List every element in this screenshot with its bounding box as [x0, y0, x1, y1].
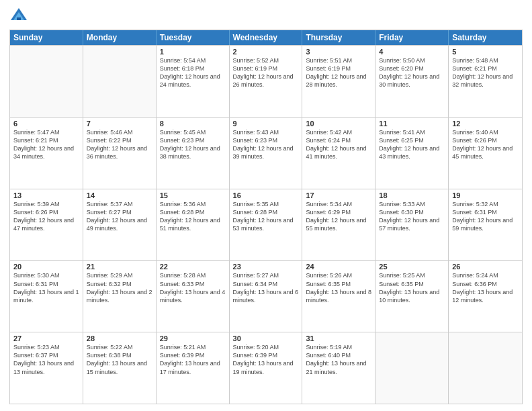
day-number: 5 — [452, 48, 519, 56]
cal-cell: 15Sunrise: 5:36 AM Sunset: 6:28 PM Dayli… — [157, 189, 230, 261]
cal-cell: 26Sunrise: 5:24 AM Sunset: 6:36 PM Dayli… — [449, 261, 522, 332]
cal-cell: 23Sunrise: 5:27 AM Sunset: 6:34 PM Dayli… — [230, 261, 303, 332]
cell-detail: Sunrise: 5:20 AM Sunset: 6:39 PM Dayligh… — [233, 343, 299, 376]
day-number: 29 — [160, 334, 226, 342]
day-number: 14 — [87, 191, 152, 199]
cal-cell: 6Sunrise: 5:47 AM Sunset: 6:21 PM Daylig… — [10, 118, 83, 189]
day-number: 7 — [87, 120, 152, 128]
cell-detail: Sunrise: 5:26 AM Sunset: 6:35 PM Dayligh… — [306, 271, 371, 304]
day-number: 19 — [452, 191, 519, 199]
day-number: 11 — [379, 120, 445, 128]
cell-detail: Sunrise: 5:32 AM Sunset: 6:31 PM Dayligh… — [452, 200, 519, 233]
day-number: 27 — [13, 334, 79, 342]
cal-cell: 8Sunrise: 5:45 AM Sunset: 6:23 PM Daylig… — [157, 118, 230, 189]
day-number: 4 — [379, 48, 445, 56]
cal-cell: 31Sunrise: 5:19 AM Sunset: 6:40 PM Dayli… — [302, 332, 375, 404]
day-number: 10 — [306, 120, 371, 128]
page: SundayMondayTuesdayWednesdayThursdayFrid… — [0, 0, 532, 411]
cal-cell — [449, 332, 522, 404]
cell-detail: Sunrise: 5:23 AM Sunset: 6:37 PM Dayligh… — [13, 343, 79, 376]
cal-cell: 16Sunrise: 5:35 AM Sunset: 6:28 PM Dayli… — [230, 189, 303, 261]
logo — [9, 7, 31, 26]
cal-week-3: 20Sunrise: 5:30 AM Sunset: 6:31 PM Dayli… — [10, 260, 522, 332]
cal-cell — [10, 46, 83, 117]
cell-detail: Sunrise: 5:22 AM Sunset: 6:38 PM Dayligh… — [87, 343, 152, 376]
cell-detail: Sunrise: 5:46 AM Sunset: 6:22 PM Dayligh… — [87, 128, 152, 161]
cal-week-4: 27Sunrise: 5:23 AM Sunset: 6:37 PM Dayli… — [10, 332, 522, 404]
cal-cell: 24Sunrise: 5:26 AM Sunset: 6:35 PM Dayli… — [302, 261, 375, 332]
cell-detail: Sunrise: 5:51 AM Sunset: 6:19 PM Dayligh… — [306, 56, 371, 89]
cell-detail: Sunrise: 5:30 AM Sunset: 6:31 PM Dayligh… — [13, 271, 79, 304]
cal-cell: 1Sunrise: 5:54 AM Sunset: 6:18 PM Daylig… — [157, 46, 230, 117]
cal-cell: 18Sunrise: 5:33 AM Sunset: 6:30 PM Dayli… — [375, 189, 449, 261]
day-number: 20 — [13, 263, 79, 271]
cell-detail: Sunrise: 5:25 AM Sunset: 6:35 PM Dayligh… — [379, 271, 445, 304]
day-number: 22 — [160, 263, 226, 271]
day-number: 30 — [233, 334, 299, 342]
cal-cell: 30Sunrise: 5:20 AM Sunset: 6:39 PM Dayli… — [230, 332, 303, 404]
day-number: 8 — [160, 120, 226, 128]
day-number: 6 — [13, 120, 79, 128]
cal-cell: 25Sunrise: 5:25 AM Sunset: 6:35 PM Dayli… — [375, 261, 449, 332]
header — [9, 7, 523, 26]
cell-detail: Sunrise: 5:43 AM Sunset: 6:23 PM Dayligh… — [233, 128, 299, 161]
day-number: 25 — [379, 263, 445, 271]
cal-cell: 20Sunrise: 5:30 AM Sunset: 6:31 PM Dayli… — [10, 261, 83, 332]
cal-cell: 12Sunrise: 5:40 AM Sunset: 6:26 PM Dayli… — [449, 118, 522, 189]
cal-cell: 9Sunrise: 5:43 AM Sunset: 6:23 PM Daylig… — [230, 118, 303, 189]
cal-cell: 3Sunrise: 5:51 AM Sunset: 6:19 PM Daylig… — [302, 46, 375, 117]
cell-detail: Sunrise: 5:33 AM Sunset: 6:30 PM Dayligh… — [379, 200, 445, 233]
cell-detail: Sunrise: 5:27 AM Sunset: 6:34 PM Dayligh… — [233, 271, 299, 304]
cal-header-wednesday: Wednesday — [230, 30, 303, 45]
cal-cell: 10Sunrise: 5:42 AM Sunset: 6:24 PM Dayli… — [302, 118, 375, 189]
cell-detail: Sunrise: 5:39 AM Sunset: 6:26 PM Dayligh… — [13, 200, 79, 233]
cal-week-1: 6Sunrise: 5:47 AM Sunset: 6:21 PM Daylig… — [10, 117, 522, 189]
cell-detail: Sunrise: 5:41 AM Sunset: 6:25 PM Dayligh… — [379, 128, 445, 161]
cal-cell: 13Sunrise: 5:39 AM Sunset: 6:26 PM Dayli… — [10, 189, 83, 261]
cell-detail: Sunrise: 5:35 AM Sunset: 6:28 PM Dayligh… — [233, 200, 299, 233]
cal-header-friday: Friday — [375, 30, 449, 45]
day-number: 26 — [452, 263, 519, 271]
cal-cell: 11Sunrise: 5:41 AM Sunset: 6:25 PM Dayli… — [375, 118, 449, 189]
day-number: 3 — [306, 48, 371, 56]
cal-cell: 14Sunrise: 5:37 AM Sunset: 6:27 PM Dayli… — [83, 189, 157, 261]
cell-detail: Sunrise: 5:29 AM Sunset: 6:32 PM Dayligh… — [87, 271, 152, 304]
day-number: 13 — [13, 191, 79, 199]
cell-detail: Sunrise: 5:48 AM Sunset: 6:21 PM Dayligh… — [452, 56, 519, 89]
cell-detail: Sunrise: 5:50 AM Sunset: 6:20 PM Dayligh… — [379, 56, 445, 89]
cal-header-tuesday: Tuesday — [157, 30, 230, 45]
day-number: 28 — [87, 334, 152, 342]
day-number: 17 — [306, 191, 371, 199]
day-number: 23 — [233, 263, 299, 271]
day-number: 24 — [306, 263, 371, 271]
cell-detail: Sunrise: 5:42 AM Sunset: 6:24 PM Dayligh… — [306, 128, 371, 161]
day-number: 12 — [452, 120, 519, 128]
cell-detail: Sunrise: 5:37 AM Sunset: 6:27 PM Dayligh… — [87, 200, 152, 233]
day-number: 31 — [306, 334, 371, 342]
cal-cell: 2Sunrise: 5:52 AM Sunset: 6:19 PM Daylig… — [230, 46, 303, 117]
cal-header-saturday: Saturday — [449, 30, 522, 45]
calendar-body: 1Sunrise: 5:54 AM Sunset: 6:18 PM Daylig… — [10, 45, 522, 404]
logo-icon — [9, 7, 28, 26]
cell-detail: Sunrise: 5:52 AM Sunset: 6:19 PM Dayligh… — [233, 56, 299, 89]
cell-detail: Sunrise: 5:34 AM Sunset: 6:29 PM Dayligh… — [306, 200, 371, 233]
cell-detail: Sunrise: 5:21 AM Sunset: 6:39 PM Dayligh… — [160, 343, 226, 376]
cell-detail: Sunrise: 5:45 AM Sunset: 6:23 PM Dayligh… — [160, 128, 226, 161]
day-number: 21 — [87, 263, 152, 271]
cell-detail: Sunrise: 5:28 AM Sunset: 6:33 PM Dayligh… — [160, 271, 226, 304]
cal-header-sunday: Sunday — [10, 30, 83, 45]
cal-cell: 7Sunrise: 5:46 AM Sunset: 6:22 PM Daylig… — [83, 118, 157, 189]
cal-cell: 21Sunrise: 5:29 AM Sunset: 6:32 PM Dayli… — [83, 261, 157, 332]
calendar: SundayMondayTuesdayWednesdayThursdayFrid… — [9, 30, 523, 404]
cal-cell: 28Sunrise: 5:22 AM Sunset: 6:38 PM Dayli… — [83, 332, 157, 404]
cal-cell: 5Sunrise: 5:48 AM Sunset: 6:21 PM Daylig… — [449, 46, 522, 117]
cell-detail: Sunrise: 5:47 AM Sunset: 6:21 PM Dayligh… — [13, 128, 79, 161]
svg-rect-2 — [17, 17, 21, 20]
cal-cell: 22Sunrise: 5:28 AM Sunset: 6:33 PM Dayli… — [157, 261, 230, 332]
day-number: 9 — [233, 120, 299, 128]
cal-cell: 27Sunrise: 5:23 AM Sunset: 6:37 PM Dayli… — [10, 332, 83, 404]
day-number: 18 — [379, 191, 445, 199]
cal-cell — [375, 332, 449, 404]
calendar-header-row: SundayMondayTuesdayWednesdayThursdayFrid… — [10, 30, 522, 45]
cell-detail: Sunrise: 5:36 AM Sunset: 6:28 PM Dayligh… — [160, 200, 226, 233]
